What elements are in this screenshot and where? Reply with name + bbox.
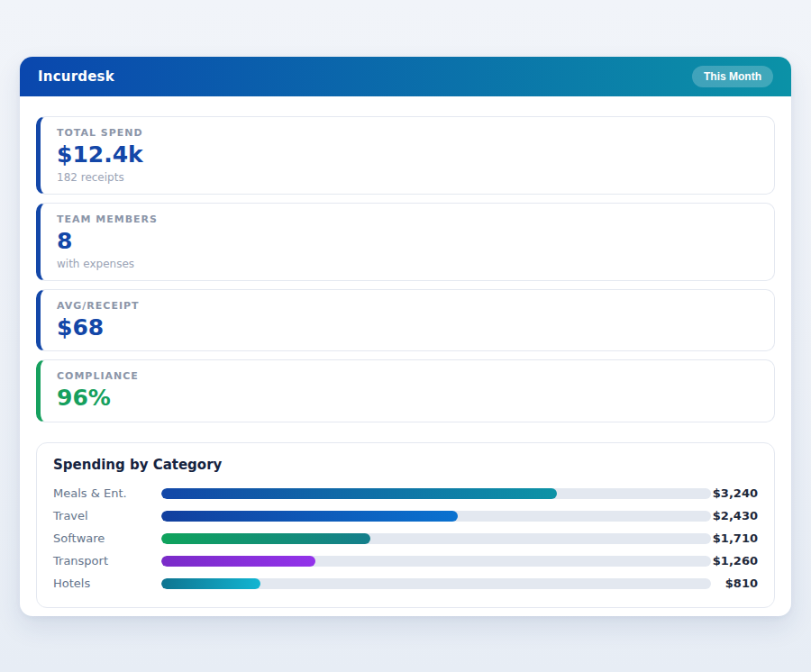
stats-list: TOTAL SPEND $12.4k 182 receipts TEAM MEM… [36, 116, 775, 422]
category-label: Transport [53, 554, 161, 568]
category-value: $3,240 [711, 486, 758, 500]
stat-value: 8 [57, 229, 758, 255]
app-body: TOTAL SPEND $12.4k 182 receipts TEAM MEM… [20, 96, 791, 608]
stat-subtext: with expenses [57, 258, 758, 270]
spending-title: Spending by Category [53, 457, 758, 473]
spending-card: Spending by Category Meals & Ent. $3,240… [36, 442, 775, 608]
category-bar-track [161, 488, 711, 499]
category-label: Software [53, 531, 161, 545]
stat-value: $12.4k [57, 142, 758, 168]
category-bar-fill [161, 511, 458, 522]
category-bar-track [161, 556, 711, 567]
stat-card: TOTAL SPEND $12.4k 182 receipts [36, 116, 775, 195]
category-bar-fill [161, 488, 557, 499]
category-label: Travel [53, 509, 161, 522]
category-value: $810 [711, 577, 758, 590]
spending-rows: Meals & Ent. $3,240 Travel $2,430 Softwa… [53, 482, 758, 595]
category-bar-fill [161, 578, 260, 589]
category-row: Software $1,710 [53, 527, 758, 549]
category-row: Transport $1,260 [53, 549, 758, 572]
category-value: $1,260 [711, 554, 758, 568]
category-row: Hotels $810 [53, 572, 758, 595]
stat-label: AVG/RECEIPT [57, 300, 758, 312]
stat-value: 96% [57, 386, 758, 412]
category-bar-fill [161, 533, 370, 544]
category-bar-track [161, 578, 711, 589]
period-badge[interactable]: This Month [692, 66, 773, 87]
category-row: Meals & Ent. $3,240 [53, 482, 758, 504]
category-value: $2,430 [711, 509, 758, 522]
stat-label: TOTAL SPEND [57, 127, 758, 139]
category-value: $1,710 [711, 531, 758, 545]
category-row: Travel $2,430 [53, 504, 758, 527]
app-header: Incurdesk This Month [20, 57, 791, 96]
category-label: Hotels [53, 577, 161, 590]
stat-label: TEAM MEMBERS [57, 213, 758, 225]
stat-card: COMPLIANCE 96% [36, 359, 775, 422]
stat-value: $68 [57, 315, 758, 341]
stat-label: COMPLIANCE [57, 370, 758, 382]
stat-card: TEAM MEMBERS 8 with expenses [36, 203, 775, 281]
category-bar-track [161, 511, 711, 522]
category-label: Meals & Ent. [53, 486, 161, 500]
dashboard-card: Incurdesk This Month TOTAL SPEND $12.4k … [20, 57, 791, 616]
stat-card: AVG/RECEIPT $68 [36, 289, 775, 352]
app-title: Incurdesk [38, 68, 114, 85]
category-bar-fill [161, 556, 315, 567]
stat-subtext: 182 receipts [57, 171, 758, 184]
category-bar-track [161, 533, 711, 544]
